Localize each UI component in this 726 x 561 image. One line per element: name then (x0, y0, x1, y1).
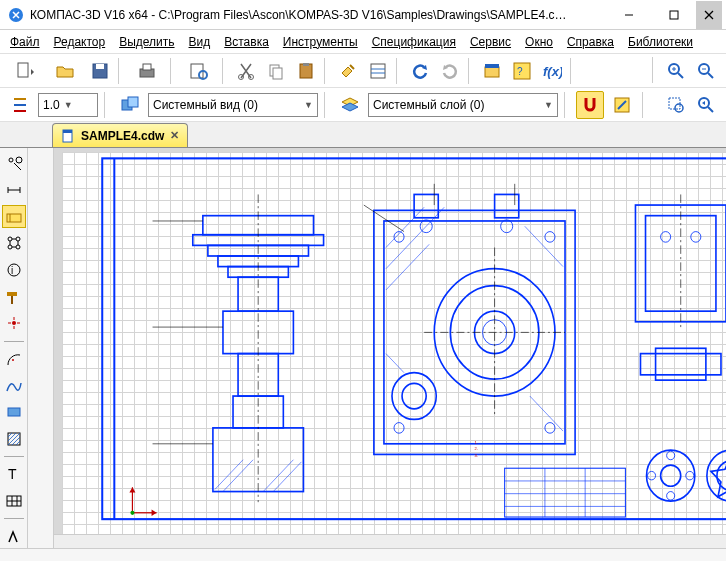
menu-libraries[interactable]: Библиотеки (628, 35, 693, 49)
svg-point-98 (402, 383, 426, 408)
svg-line-86 (263, 460, 293, 492)
document-tab[interactable]: SAMPLE4.cdw ✕ (52, 123, 188, 147)
compact-panel[interactable] (28, 148, 54, 548)
zoom-prev-button[interactable] (692, 91, 720, 119)
svg-rect-19 (371, 64, 385, 78)
new-button[interactable] (6, 57, 44, 85)
parametric-toggle[interactable] (608, 91, 636, 119)
tool-select[interactable] (2, 152, 26, 175)
cut-button[interactable] (232, 57, 260, 85)
menu-select[interactable]: Выделить (119, 35, 174, 49)
menu-view[interactable]: Вид (189, 35, 211, 49)
svg-point-47 (16, 157, 22, 163)
svg-text:2.: 2. (474, 446, 477, 451)
svg-rect-17 (303, 63, 309, 66)
close-tab-icon[interactable]: ✕ (170, 129, 179, 142)
open-button[interactable] (46, 57, 84, 85)
properties-button[interactable] (364, 57, 392, 85)
tool-hatch[interactable] (2, 428, 26, 451)
svg-rect-49 (7, 214, 21, 222)
menu-service[interactable]: Сервис (470, 35, 511, 49)
zoom-out-button[interactable] (692, 57, 720, 85)
library-manager-button[interactable] (478, 57, 506, 85)
tool-table[interactable] (2, 490, 26, 513)
tool-spline[interactable] (2, 374, 26, 397)
layer-combo[interactable]: Системный слой (0)▼ (368, 93, 558, 117)
zoom-window-button[interactable] (662, 91, 690, 119)
svg-point-51 (8, 237, 12, 241)
svg-rect-23 (485, 64, 499, 68)
tool-designate[interactable]: i (2, 259, 26, 282)
svg-point-53 (8, 245, 12, 249)
tool-geometry[interactable] (2, 205, 26, 228)
tool-roughness[interactable] (2, 525, 26, 548)
svg-point-121 (691, 232, 701, 243)
svg-point-103 (394, 232, 404, 243)
svg-rect-45 (63, 130, 72, 133)
scale-combo[interactable]: 1.0▼ (38, 93, 98, 117)
print-button[interactable] (128, 57, 166, 85)
svg-text:1.: 1. (474, 440, 477, 445)
close-button[interactable] (696, 1, 722, 29)
zoom-in-button[interactable] (662, 57, 690, 85)
svg-rect-7 (96, 64, 104, 69)
maximize-button[interactable] (651, 1, 696, 29)
menu-insert[interactable]: Вставка (224, 35, 269, 49)
svg-point-130 (717, 461, 726, 491)
undo-button[interactable] (406, 57, 434, 85)
copy-button[interactable] (262, 57, 290, 85)
svg-point-104 (545, 232, 555, 243)
document-tab-label: SAMPLE4.cdw (81, 129, 164, 143)
menu-file[interactable]: Файл (10, 35, 40, 49)
svg-point-46 (9, 158, 13, 162)
svg-line-18 (350, 65, 354, 69)
tool-edit[interactable] (2, 232, 26, 255)
svg-line-107 (386, 207, 424, 247)
svg-point-42 (675, 104, 683, 112)
view-manager-button[interactable] (116, 91, 144, 119)
view-combo[interactable]: Системный вид (0)▼ (148, 93, 318, 117)
svg-rect-9 (143, 64, 151, 70)
tool-hammer[interactable] (2, 285, 26, 308)
svg-point-123 (647, 450, 695, 501)
svg-line-85 (223, 460, 253, 492)
svg-point-106 (545, 423, 555, 434)
tool-dimension[interactable] (2, 179, 26, 202)
svg-point-97 (392, 373, 436, 420)
menu-spec[interactable]: Спецификация (372, 35, 456, 49)
menu-tools[interactable]: Инструменты (283, 35, 358, 49)
save-button[interactable] (86, 57, 114, 85)
drawing-canvas[interactable]: 1. 2. 3. (54, 148, 726, 548)
property-panel[interactable] (0, 548, 726, 561)
svg-text:3.: 3. (474, 452, 477, 457)
menu-window[interactable]: Окно (525, 35, 553, 49)
minimize-button[interactable] (606, 1, 651, 29)
svg-rect-57 (7, 292, 17, 296)
svg-line-109 (386, 244, 429, 290)
paste-button[interactable] (292, 57, 320, 85)
horizontal-scrollbar[interactable] (54, 534, 726, 548)
menu-help[interactable]: Справка (567, 35, 614, 49)
format-painter-button[interactable] (334, 57, 362, 85)
svg-rect-5 (18, 63, 28, 77)
svg-rect-61 (8, 408, 20, 416)
preview-button[interactable] (180, 57, 218, 85)
layer-manager-button[interactable] (336, 91, 364, 119)
svg-rect-16 (300, 64, 312, 78)
states-button[interactable] (6, 91, 34, 119)
menu-edit[interactable]: Редактор (54, 35, 106, 49)
snap-toggle[interactable] (576, 91, 604, 119)
svg-point-60 (12, 359, 14, 361)
redo-button[interactable] (436, 57, 464, 85)
tool-arc[interactable] (2, 348, 26, 371)
svg-rect-100 (495, 194, 519, 217)
variables-button[interactable]: ? (508, 57, 536, 85)
tool-text[interactable]: T (2, 463, 26, 486)
svg-point-127 (648, 471, 656, 479)
document-icon (61, 129, 75, 143)
fx-button[interactable]: f(x) (538, 57, 566, 85)
svg-line-112 (386, 354, 404, 373)
tool-point[interactable] (2, 312, 26, 335)
tool-rect[interactable] (2, 401, 26, 424)
svg-text:?: ? (517, 66, 523, 77)
